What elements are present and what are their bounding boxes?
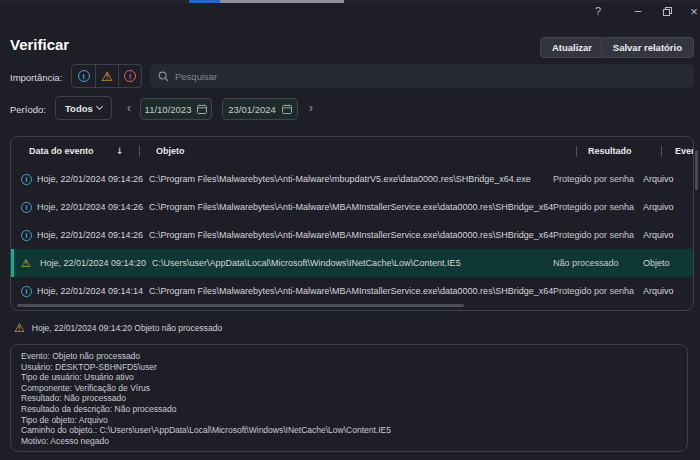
calendar-icon [282,104,292,114]
chevron-down-icon [96,103,103,110]
detail-panel: Evento: Objeto não processado Usuário: D… [10,344,688,452]
event-type: Arquivo [643,174,693,184]
column-divider [576,146,577,157]
table-row-selected[interactable]: ⚠ Hoje, 22/01/2024 09:14:20 C:\Users\use… [11,249,693,277]
period-select[interactable]: Todos [55,96,112,120]
period-label: Período: [10,104,46,115]
info-icon: i [21,230,32,241]
event-type: Arquivo [643,286,693,296]
column-header-event[interactable]: Evento [675,146,694,156]
event-result: Protegido por senha [553,174,643,184]
events-table: Data do evento ↓ Objeto Resultado Evento… [10,136,694,311]
close-icon: × [690,4,698,19]
event-result: Protegido por senha [553,202,643,212]
table-row[interactable]: i Hoje, 22/01/2024 09:14:26 C:\Program F… [11,165,693,193]
info-icon: i [21,286,32,297]
importance-filter-group: i ⚠ ! [71,64,142,88]
vertical-scrollbar-thumb[interactable] [695,150,698,190]
minimize-button[interactable]: – [630,3,646,19]
detail-line: Resultado da descrição: Não processado [21,404,677,415]
chevron-left-icon: ‹ [127,101,131,115]
detail-line: Componente: Verificação de Vírus [21,383,677,394]
table-row[interactable]: i Hoje, 22/01/2024 09:14:26 C:\Program F… [11,221,693,249]
search-icon [158,71,169,82]
restore-icon [663,7,672,16]
info-icon: i [21,174,32,185]
table-row[interactable]: i Hoje, 22/01/2024 09:14:26 C:\Program F… [11,193,693,221]
detail-header: ⚠ Hoje, 22/01/2024 09:14:20 Objeto não p… [14,322,222,334]
event-date: Hoje, 22/01/2024 09:14:26 [37,230,149,240]
detail-line: Resultado: Não processado [21,393,677,404]
maximize-button[interactable] [659,3,675,19]
calendar-icon [197,104,207,114]
search-input[interactable] [175,71,686,82]
importance-filter-critical[interactable]: ! [118,65,141,87]
next-period-button[interactable]: › [309,102,313,114]
page-title: Verificar [10,36,69,53]
info-icon: i [78,70,90,82]
warning-icon: ⚠ [101,70,113,83]
date-to-field[interactable]: 23/01/2024 [222,98,298,120]
detail-line: Motivo: Acesso negado [21,436,677,447]
sort-descending-icon[interactable]: ↓ [116,146,124,156]
detail-line: Tipo de objeto: Arquivo [21,415,677,426]
column-header-result[interactable]: Resultado [588,146,632,156]
search-box[interactable] [150,64,694,88]
importance-filter-warning[interactable]: ⚠ [95,65,118,87]
column-divider [139,146,140,157]
event-type: Objeto [643,258,693,268]
help-icon: ? [595,5,601,17]
importance-label: Importância: [10,72,62,83]
event-result: Protegido por senha [553,286,643,296]
detail-header-text: Hoje, 22/01/2024 09:14:20 Objeto não pro… [32,323,222,333]
chevron-right-icon: › [309,101,313,115]
minimize-icon: – [635,4,642,18]
info-icon: i [21,202,32,213]
top-edge-gray-segment [220,0,344,3]
event-date: Hoje, 22/01/2024 09:14:20 [40,258,152,268]
close-button[interactable]: × [686,3,700,19]
event-object-path: C:\Program Files\Malwarebytes\Anti-Malwa… [149,202,553,212]
warning-icon: ⚠ [14,322,25,334]
period-select-value: Todos [65,103,93,114]
warning-icon: ⚠ [21,258,31,269]
event-date: Hoje, 22/01/2024 09:14:26 [37,174,149,184]
event-result: Protegido por senha [553,230,643,240]
detail-line: Caminho do objeto.: C:\Users\user\AppDat… [21,425,677,436]
column-header-date[interactable]: Data do evento [29,146,94,156]
event-object-path: C:\Program Files\Malwarebytes\Anti-Malwa… [149,230,553,240]
detail-line: Evento: Objeto não processado [21,351,677,362]
event-date: Hoje, 22/01/2024 09:14:14 [37,286,149,296]
event-date: Hoje, 22/01/2024 09:14:26 [37,202,149,212]
table-header-row: Data do evento ↓ Objeto Resultado Evento [11,137,693,165]
table-row[interactable]: i Hoje, 22/01/2024 09:14:14 C:\Program F… [11,277,693,305]
critical-icon: ! [124,70,136,82]
column-header-object[interactable]: Objeto [156,146,185,156]
detail-line: Tipo de usuário: Usuário ativo [21,372,677,383]
event-type: Arquivo [643,202,693,212]
scan-report-window: ? – × Verificar Atualizar Salvar relatór… [0,0,700,460]
top-edge-blue-segment [189,0,220,3]
refresh-button[interactable]: Atualizar [540,37,604,58]
detail-line: Usuário: DESKTOP-SBHNFD5\user [21,362,677,373]
event-type: Arquivo [643,230,693,240]
event-object-path: C:\Program Files\Malwarebytes\Anti-Malwa… [149,174,553,184]
column-divider [661,146,662,157]
importance-filter-info[interactable]: i [72,65,95,87]
event-object-path: C:\Users\user\AppData\Local\Microsoft\Wi… [152,258,553,268]
horizontal-scrollbar-thumb[interactable] [17,304,464,307]
date-from-field[interactable]: 11/10/2023 [140,98,212,120]
save-report-button[interactable]: Salvar relatório [601,37,694,58]
event-result: Não processado [553,258,643,268]
date-to-value: 23/01/2024 [228,104,276,115]
help-button[interactable]: ? [590,3,606,19]
event-object-path: C:\Program Files\Malwarebytes\Anti-Malwa… [149,286,553,296]
previous-period-button[interactable]: ‹ [127,102,131,114]
date-from-value: 11/10/2023 [145,104,192,115]
